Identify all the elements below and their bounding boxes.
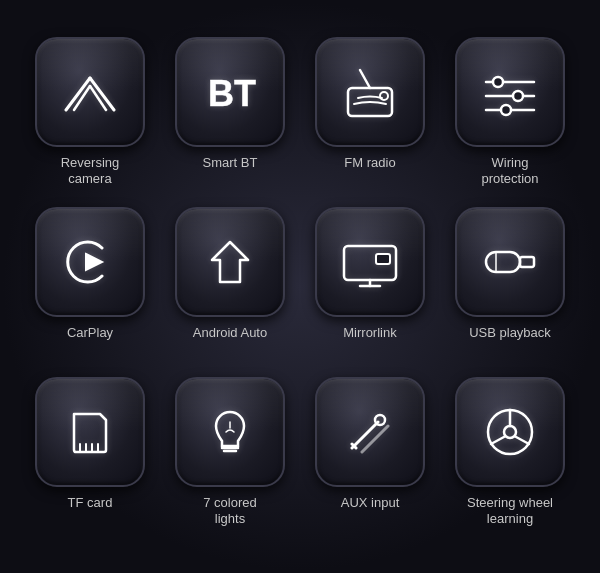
label-android-auto: Android Auto (193, 325, 267, 342)
svg-line-35 (491, 436, 505, 444)
icon-tf-card[interactable] (35, 377, 145, 487)
cell-steering-wheel: Steering wheellearning (450, 377, 570, 537)
svg-point-9 (493, 77, 503, 87)
label-smart-bt: Smart BT (203, 155, 258, 172)
svg-point-11 (513, 91, 523, 101)
cell-fm-radio: FM radio (310, 37, 430, 197)
label-steering-wheel: Steering wheellearning (467, 495, 553, 529)
icon-reversing-camera[interactable] (35, 37, 145, 147)
label-tf-card: TF card (68, 495, 113, 512)
svg-point-7 (380, 92, 388, 100)
cell-smart-bt: BT Smart BT (170, 37, 290, 197)
svg-rect-15 (376, 254, 390, 264)
label-mirrorlink: Mirrorlink (343, 325, 396, 342)
cell-mirrorlink: Mirrorlink (310, 207, 430, 367)
cell-reversing-camera: Reversingcamera (30, 37, 150, 197)
cell-tf-card: TF card (30, 377, 150, 537)
label-carplay: CarPlay (67, 325, 113, 342)
svg-rect-19 (520, 257, 534, 267)
cell-wiring-protection: Wiringprotection (450, 37, 570, 197)
svg-line-28 (352, 422, 378, 448)
icon-mirrorlink[interactable] (315, 207, 425, 317)
svg-line-6 (360, 70, 370, 88)
icon-fm-radio[interactable] (315, 37, 425, 147)
cell-7-colored-lights: 7 coloredlights (170, 377, 290, 537)
svg-rect-18 (486, 252, 520, 272)
label-usb-playback: USB playback (469, 325, 551, 342)
cell-carplay: CarPlay (30, 207, 150, 367)
cell-aux-input: AUX input (310, 377, 430, 537)
icon-wiring-protection[interactable] (455, 37, 565, 147)
svg-text:BT: BT (208, 73, 256, 114)
icon-7-colored-lights[interactable] (175, 377, 285, 487)
icon-steering-wheel[interactable] (455, 377, 565, 487)
icon-usb-playback[interactable] (455, 207, 565, 317)
svg-point-29 (375, 415, 385, 425)
icon-aux-input[interactable] (315, 377, 425, 487)
label-aux-input: AUX input (341, 495, 400, 512)
icon-android-auto[interactable] (175, 207, 285, 317)
label-reversing-camera: Reversingcamera (61, 155, 120, 189)
cell-usb-playback: USB playback (450, 207, 570, 367)
icon-smart-bt[interactable]: BT (175, 37, 285, 147)
svg-line-31 (362, 426, 388, 452)
label-7-colored-lights: 7 coloredlights (203, 495, 256, 529)
features-grid: Reversingcamera BT Smart BT FM radi (10, 17, 590, 557)
svg-point-13 (501, 105, 511, 115)
cell-android-auto: Android Auto (170, 207, 290, 367)
icon-carplay[interactable] (35, 207, 145, 317)
svg-line-36 (515, 436, 529, 444)
label-wiring-protection: Wiringprotection (481, 155, 538, 189)
label-fm-radio: FM radio (344, 155, 395, 172)
